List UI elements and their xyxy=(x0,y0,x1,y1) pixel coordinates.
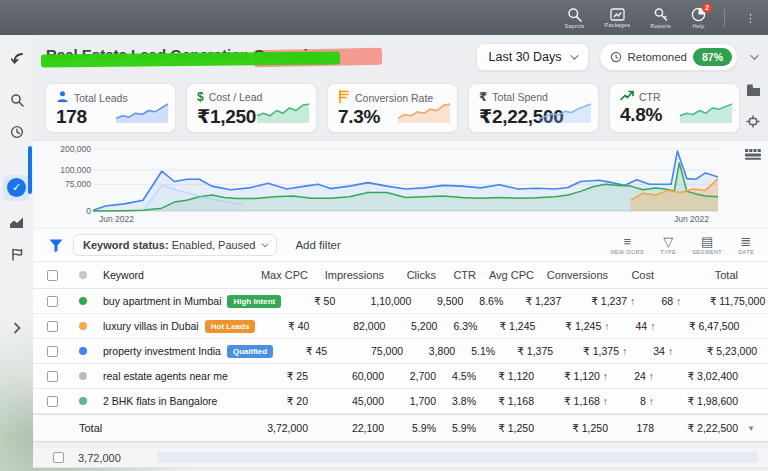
topbar-item-label: Reports xyxy=(650,23,671,29)
table-tools: ≡NEW GORS▽TYPE▤SEGMENT≣DATE xyxy=(610,235,754,255)
trend-up-icon xyxy=(620,90,634,103)
column-header-max-cpc[interactable]: Max CPC xyxy=(254,269,310,281)
column-header-ctr[interactable]: CTR xyxy=(438,269,478,281)
table-cell: ₹ 6,47,500 xyxy=(657,320,741,332)
metric-card-conversion-rate[interactable]: Conversion Rate7.3% xyxy=(327,83,458,133)
search-icon[interactable] xyxy=(0,87,33,113)
back-arrow-icon[interactable] xyxy=(0,45,33,71)
chart-icon[interactable] xyxy=(0,209,33,235)
footer-progress-bar xyxy=(157,452,758,463)
rupee-icon: ₹ xyxy=(479,90,487,104)
table-cell: 4.5% xyxy=(438,370,478,382)
collapse-chevron-icon[interactable] xyxy=(750,51,758,59)
page-header: Real Estate Lead Generation Campaign Las… xyxy=(33,35,768,78)
footer-checkbox[interactable] xyxy=(53,452,64,463)
keyword-cell[interactable]: real estate agents near me xyxy=(103,370,254,382)
person-icon xyxy=(56,90,69,105)
row-checkbox[interactable] xyxy=(47,296,58,307)
chevron-down-icon xyxy=(262,240,269,247)
table-cell: ₹ 1,245 xyxy=(479,320,537,332)
up-arrow-icon: ↑ xyxy=(676,295,681,307)
keyword-cell[interactable]: property investment IndiaQualified xyxy=(103,345,273,358)
up-arrow-icon: ↑ xyxy=(649,395,654,407)
column-header-total[interactable]: Total xyxy=(656,269,740,281)
topbar-search-button[interactable]: Saprcts xyxy=(565,7,585,29)
tool-type[interactable]: ▽TYPE xyxy=(660,235,676,255)
right-rail xyxy=(738,82,768,164)
plug-icon[interactable] xyxy=(746,114,760,132)
column-header-avg-cpc[interactable]: Avg CPC xyxy=(478,269,536,281)
reports-icon xyxy=(653,7,668,22)
table-cell: 2,700 xyxy=(386,370,438,382)
topbar-help-button[interactable]: Help2 xyxy=(691,7,706,29)
tool-label: DATE xyxy=(738,249,754,255)
status-dot xyxy=(79,297,87,305)
row-checkbox[interactable] xyxy=(47,346,58,357)
column-header-keyword[interactable]: Keyword xyxy=(103,269,254,281)
table-cell: 8 ↑ xyxy=(610,395,656,407)
table-cell: 9,500 xyxy=(413,295,465,307)
metric-card-ctr[interactable]: CTR4.8% xyxy=(609,83,740,133)
column-header-cost[interactable]: Cost xyxy=(610,269,656,281)
history-clock-icon[interactable] xyxy=(0,119,33,145)
chart-plot xyxy=(93,143,724,223)
status-dot xyxy=(79,372,87,380)
table-cell: 8.6% xyxy=(465,295,505,307)
filter-funnel-icon[interactable] xyxy=(49,239,63,252)
search-icon xyxy=(567,7,582,22)
select-all-checkbox[interactable] xyxy=(47,270,58,281)
table-row: real estate agents near me₹ 2560,0002,70… xyxy=(33,364,768,389)
metric-cards-row: Total Leads178$Cost / Lead₹1,250Conversi… xyxy=(33,78,768,140)
flag-icon[interactable] xyxy=(0,241,33,267)
row-checkbox[interactable] xyxy=(47,371,58,382)
packages-icon xyxy=(610,8,625,21)
table-cell: ₹ 3,02,400 xyxy=(656,370,740,382)
metric-card-total-spend[interactable]: ₹Total Spend₹2,22,500 xyxy=(468,83,599,133)
tool-icon: ▤ xyxy=(701,235,713,248)
row-checkbox[interactable] xyxy=(47,321,58,332)
intent-badge: High Intent xyxy=(227,295,281,308)
metric-card-total-leads[interactable]: Total Leads178 xyxy=(45,83,176,133)
score-value-badge: 87% xyxy=(693,48,732,66)
metric-card-cost-lead[interactable]: $Cost / Lead₹1,250 xyxy=(186,83,317,133)
tool-new-gors[interactable]: ≡NEW GORS xyxy=(610,235,644,255)
optimization-score-button[interactable]: Retomoned 87% xyxy=(599,43,738,71)
total-expand-caret[interactable]: ▾ xyxy=(740,423,762,433)
up-arrow-icon: ↑ xyxy=(630,295,635,307)
row-checkbox[interactable] xyxy=(47,396,58,407)
table-cell: 45,000 xyxy=(310,395,386,407)
topbar-reports-button[interactable]: Reports xyxy=(650,7,671,29)
tool-date[interactable]: ≣DATE xyxy=(738,235,754,255)
chip-label-bold: Keyword status: xyxy=(83,239,169,251)
topbar-packages-button[interactable]: Packages xyxy=(605,8,631,28)
expand-chevron-icon[interactable] xyxy=(0,315,33,341)
table-cell: 75,000 xyxy=(329,345,405,357)
status-dot xyxy=(79,322,87,330)
dollar-icon: $ xyxy=(197,90,204,104)
keyword-cell[interactable]: luxury villas in DubaiHot Leads xyxy=(103,320,255,333)
total-cell: 5.9% xyxy=(438,422,478,434)
footer-total-value: 3,72,000 xyxy=(78,452,121,464)
table-cell: 5,200 xyxy=(387,320,439,332)
active-check-icon[interactable]: ✓ xyxy=(7,178,26,197)
date-range-label: Last 30 Days xyxy=(489,50,562,64)
table-cell: 5.1% xyxy=(457,345,497,357)
folder-icon[interactable] xyxy=(746,82,761,100)
add-filter-button[interactable]: Add filter xyxy=(295,239,340,251)
y-axis-tick: 100,000 xyxy=(47,165,91,175)
overflow-menu-icon[interactable]: ⋮ xyxy=(743,13,758,23)
keyword-cell[interactable]: 2 BHK flats in Bangalore xyxy=(103,395,254,407)
keyword-cell[interactable]: buy apartment in MumbaiHigh Intent xyxy=(103,295,281,308)
clock-icon xyxy=(610,51,622,63)
column-header-impressions[interactable]: Impressions xyxy=(310,269,386,281)
column-header-clicks[interactable]: Clicks xyxy=(386,269,438,281)
keyboard-icon[interactable] xyxy=(745,146,761,164)
table-cell: ₹ 1,375 ↑ xyxy=(555,345,629,357)
table-cell: ₹ 11,75,000 xyxy=(683,295,767,307)
keyword-text: luxury villas in Dubai xyxy=(103,320,199,332)
column-header-conversions[interactable]: Conversions xyxy=(536,269,610,281)
tool-segment[interactable]: ▤SEGMENT xyxy=(692,235,722,255)
keyword-status-chip[interactable]: Keyword status: Enabled, Paused xyxy=(73,234,277,256)
up-arrow-icon: ↑ xyxy=(603,395,608,407)
date-range-button[interactable]: Last 30 Days xyxy=(476,43,589,71)
